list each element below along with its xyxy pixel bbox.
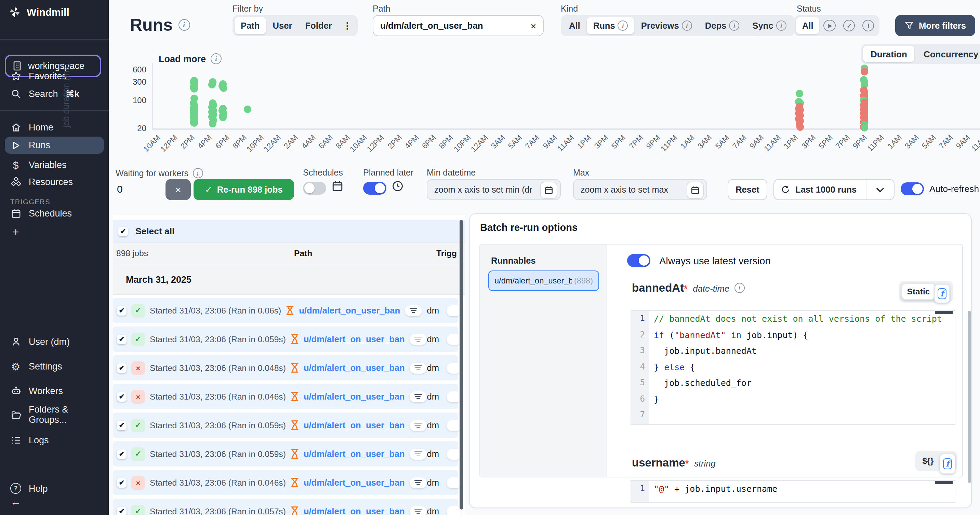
filter-kebab-icon[interactable]: ⋮ (339, 17, 356, 34)
windmill-logo[interactable]: Windmill (9, 6, 69, 18)
schedules-toggle[interactable] (303, 182, 326, 195)
filter-by-path-button[interactable] (410, 334, 427, 345)
job-path-link[interactable]: u/dm/alert_on_user_ban (304, 420, 405, 430)
info-icon[interactable]: i (734, 283, 745, 293)
last-runs-dropdown[interactable] (866, 180, 894, 200)
table-scrollbar[interactable] (460, 220, 463, 510)
filter-by-path-button[interactable] (410, 477, 427, 488)
job-row[interactable]: ✔ ✓ Started 31/03, 23:06 (Ran in 0.059s)… (113, 412, 458, 438)
filter-tab-folder[interactable]: Folder (299, 17, 338, 34)
sidebar-item-schedules[interactable]: Schedules (0, 204, 109, 222)
rerun-jobs-button[interactable]: ✓Re-run 898 jobs (194, 179, 294, 200)
filter-tab-path[interactable]: Path (235, 17, 266, 34)
trigger-column-header[interactable]: Trigger (436, 249, 457, 258)
bannedat-static-mode[interactable]: Static (901, 284, 935, 300)
filter-tab-user[interactable]: User (266, 17, 298, 34)
run-point[interactable] (219, 114, 226, 122)
job-row[interactable]: ✔ ✓ Started 31/03, 23:06 (Ran in 0.059s)… (113, 441, 458, 466)
run-point[interactable] (191, 86, 198, 93)
run-point[interactable] (191, 119, 198, 127)
kind-tab-previews[interactable]: Previewsi (635, 17, 698, 34)
filter-by-path-button[interactable] (410, 391, 427, 402)
min-datetime-input[interactable]: zoom x axis to set min (dr (427, 179, 561, 200)
duration-scatter-plot[interactable] (153, 63, 980, 128)
row-checkbox[interactable]: ✔ (117, 478, 127, 487)
batch-panel-scrollbar[interactable] (968, 311, 971, 483)
info-icon[interactable]: i (178, 19, 190, 31)
run-point[interactable] (220, 84, 227, 92)
sidebar-item-logs[interactable]: Logs (0, 431, 109, 449)
sidebar-item-user[interactable]: User (dm) (0, 333, 109, 350)
username-js-mode[interactable]: f (940, 453, 955, 474)
row-checkbox[interactable]: ✔ (117, 449, 127, 459)
run-point[interactable] (860, 124, 868, 132)
run-point[interactable] (860, 68, 868, 76)
filter-by-path-button[interactable] (410, 448, 427, 460)
sidebar-item-search[interactable]: Search ⌘k (0, 85, 109, 103)
planned-later-toggle[interactable] (363, 182, 387, 195)
job-row[interactable]: ✔ ✓ Started 31/03, 23:06 (Ran in 0.057s)… (113, 499, 458, 515)
row-checkbox[interactable]: ✔ (117, 507, 127, 515)
path-filter-input[interactable]: u/dm/alert_on_user_ban × (373, 15, 544, 36)
cancel-selection-button[interactable]: × (165, 179, 191, 200)
max-datetime-input[interactable]: zoom x axis to set max (573, 179, 707, 200)
row-checkbox[interactable]: ✔ (117, 420, 127, 430)
status-tab-running[interactable]: ▶ (820, 17, 840, 34)
max-calendar-button[interactable] (687, 182, 704, 199)
row-checkbox[interactable]: ✔ (117, 392, 127, 401)
sidebar-collapse-button[interactable]: ← (0, 493, 109, 511)
job-path-link[interactable]: u/dm/alert_on_user_ban (304, 363, 405, 373)
sidebar-item-folders[interactable]: Folders & Groups... (0, 406, 109, 423)
sidebar-item-settings[interactable]: ⚙ Settings (0, 357, 109, 375)
path-column-header[interactable]: Path (294, 249, 312, 258)
sidebar-add-button[interactable]: + (0, 223, 109, 241)
run-point[interactable] (209, 120, 217, 128)
status-tab-failure[interactable]: ! (859, 17, 878, 34)
sidebar-item-favorites[interactable]: Favorites (0, 67, 109, 85)
run-point[interactable] (244, 106, 251, 113)
status-tab-success[interactable]: ✓ (840, 17, 859, 34)
runnable-item[interactable]: u/dm/alert_on_user_b... (898) (488, 271, 599, 291)
job-path-link[interactable]: u/dm/alert_on_user_ban (304, 449, 405, 459)
row-checkbox[interactable]: ✔ (117, 363, 127, 372)
tab-concurrency[interactable]: Concurrency (916, 46, 980, 62)
run-point[interactable] (796, 90, 803, 97)
bannedat-code-editor[interactable]: 1234567 // bannedAt does not exist on al… (630, 310, 955, 425)
row-checkbox[interactable]: ✔ (117, 334, 127, 344)
job-path-link[interactable]: u/dm/alert_on_user_ban (304, 391, 405, 402)
select-all-checkbox[interactable]: ✔ (118, 227, 128, 236)
tab-duration[interactable]: Duration (863, 46, 915, 62)
min-calendar-button[interactable] (540, 182, 557, 199)
job-path-link[interactable]: u/dm/alert_on_user_ban (304, 334, 405, 344)
status-tab-all[interactable]: All (796, 17, 819, 34)
filter-by-path-button[interactable] (410, 420, 427, 431)
latest-version-toggle[interactable] (627, 254, 651, 267)
sidebar-item-runs[interactable]: Runs (5, 136, 104, 154)
kind-tab-runs[interactable]: Runsi (587, 17, 634, 34)
auto-refresh-toggle[interactable] (900, 182, 924, 195)
username-expr-mode[interactable]: ${} (916, 452, 940, 470)
bannedat-js-mode[interactable]: f (934, 284, 950, 303)
sidebar-item-home[interactable]: Home (0, 118, 109, 136)
kind-tab-sync[interactable]: Synci (746, 17, 792, 34)
sidebar-item-workers[interactable]: Workers (0, 382, 109, 399)
clear-path-icon[interactable]: × (531, 20, 536, 31)
job-row[interactable]: ✔ ✓ Started 31/03, 23:06 (Ran in 0.059s)… (113, 326, 458, 352)
kind-tab-deps[interactable]: Depsi (699, 17, 746, 34)
sidebar-item-variables[interactable]: $ Variables (0, 156, 109, 173)
row-checkbox[interactable]: ✔ (117, 306, 127, 315)
job-row[interactable]: ✔ × Started 31/03, 23:06 (Ran in 0.048s)… (113, 355, 458, 380)
username-code-editor[interactable]: 1 "@" + job.input.username (630, 480, 955, 503)
editor-hscrollbar[interactable] (935, 311, 953, 314)
job-row[interactable]: ✔ × Started 31/03, 23:06 (Ran in 0.046s)… (113, 470, 458, 495)
more-filters-button[interactable]: More filters (895, 15, 975, 36)
reset-button[interactable]: Reset (728, 179, 767, 200)
editor-hscrollbar[interactable] (935, 481, 953, 484)
job-row[interactable]: ✔ ✓ Started 31/03, 23:06 (Ran in 0.06s) … (113, 298, 458, 323)
filter-by-path-button[interactable] (410, 506, 427, 515)
last-runs-button[interactable]: Last 1000 runs (774, 184, 866, 195)
job-path-link[interactable]: u/dm/alert_on_user_ban (304, 477, 405, 488)
filter-by-path-button[interactable] (410, 362, 427, 373)
filter-by-path-button[interactable] (405, 305, 422, 316)
run-point[interactable] (208, 81, 216, 89)
